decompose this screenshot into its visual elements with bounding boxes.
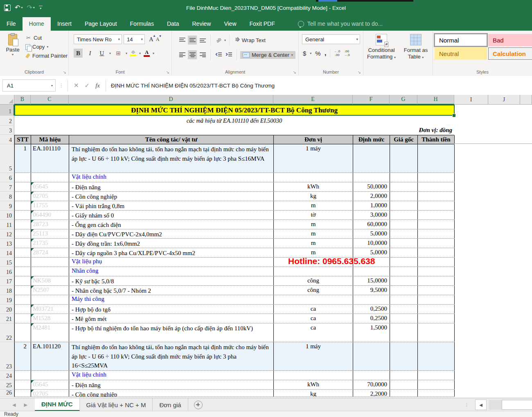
tabbar-splitter[interactable]: ⋮ [464, 398, 469, 411]
decrease-font-size-button[interactable]: A▼ [156, 36, 160, 43]
number-dialog-launcher[interactable]: ↘ [358, 70, 361, 74]
copy-button[interactable]: Copy▾ [25, 44, 68, 50]
row-header-5[interactable]: 5 [0, 144, 14, 173]
code-cell[interactable]: M03721 [31, 305, 69, 314]
sheet-title-cell[interactable]: ĐỊNH MỨC THÍ NGHIỆM ĐIỆN 05/2023/TT-BCT … [14, 105, 454, 116]
gia-goc-cell[interactable] [390, 220, 418, 229]
row-header-15[interactable]: 15 [0, 258, 14, 267]
paste-caret-icon[interactable]: ▾ [3, 53, 22, 56]
dinh-muc-cell[interactable]: 0,2500 [353, 314, 390, 323]
font-size-combobox[interactable]: 14▾ [124, 34, 145, 44]
percent-style-button[interactable]: % [315, 50, 320, 57]
cell-style-neutral[interactable]: Neutral [435, 47, 487, 60]
stt-cell[interactable] [15, 248, 31, 257]
decrease-indent-button[interactable] [214, 50, 223, 59]
code-cell[interactable]: 02705 [31, 192, 69, 201]
align-left-button[interactable] [178, 50, 187, 59]
unit-cell[interactable] [274, 267, 353, 276]
material-name-cell[interactable]: - Cồn công nghiệp [69, 390, 274, 397]
unit-cell[interactable]: kWh [274, 380, 353, 389]
gia-goc-cell[interactable] [390, 371, 418, 380]
hscroll-left-button[interactable]: ◀ [475, 399, 487, 410]
unit-cell[interactable]: kg [274, 390, 353, 397]
dinh-muc-cell[interactable]: 60,0000 [353, 220, 390, 229]
horizontal-scrollbar-thumb[interactable] [502, 400, 532, 410]
code-cell[interactable]: 21735 [31, 239, 69, 248]
code-cell[interactable]: 25113 [31, 229, 69, 238]
thanh-tien-cell[interactable] [418, 267, 455, 276]
table-header-stt[interactable]: STT [15, 135, 31, 144]
row-header-16[interactable]: 16 [0, 267, 14, 276]
stt-cell[interactable] [15, 371, 31, 380]
row-header-11[interactable]: 11 [0, 220, 14, 229]
code-cell[interactable]: 28723 [31, 220, 69, 229]
thanh-tien-cell[interactable] [418, 342, 455, 370]
gia-goc-cell[interactable] [390, 380, 418, 389]
dinh-muc-cell[interactable]: 9,5000 [353, 286, 390, 295]
stt-cell[interactable]: 2 [15, 342, 31, 370]
gia-goc-cell[interactable] [390, 173, 418, 182]
code-cell[interactable]: 064490 [31, 211, 69, 220]
borders-button[interactable]: ⊞ [114, 49, 123, 58]
font-name-combobox[interactable]: Times New Ro▾ [74, 34, 122, 44]
stt-cell[interactable] [15, 295, 31, 304]
dinh-muc-cell[interactable] [353, 371, 390, 380]
thanh-tien-cell[interactable] [418, 305, 455, 314]
tell-me-box[interactable]: Tell me what you want to do... [298, 20, 383, 31]
font-color-button[interactable]: A [144, 50, 150, 57]
code-cell[interactable] [31, 258, 69, 267]
material-name-cell[interactable]: - Điện năng [69, 380, 274, 389]
conditional-formatting-button[interactable]: ≠ Conditional Formatting ▾ [365, 34, 398, 61]
code-cell[interactable] [31, 173, 69, 182]
code-cell[interactable]: NK508 [31, 276, 69, 285]
dinh-muc-cell[interactable]: 2,2000 [353, 390, 390, 397]
row-header-13[interactable]: 13 [0, 239, 14, 248]
select-all-corner[interactable] [0, 95, 14, 105]
italic-button[interactable]: I [86, 49, 95, 58]
code-cell[interactable]: 05645 [31, 182, 69, 191]
dinh-muc-cell[interactable]: 15,0000 [353, 276, 390, 285]
unit-cell[interactable] [274, 371, 353, 380]
gia-goc-cell[interactable] [390, 192, 418, 201]
cut-button[interactable]: ✂Cut [25, 35, 68, 41]
menu-tab-view[interactable]: View [217, 17, 243, 31]
row-header-20[interactable]: 20 [0, 305, 14, 314]
gia-goc-cell[interactable] [390, 258, 418, 267]
material-name-cell[interactable]: - Hợp bộ thí nghiệm đo tổn hao máy biến … [69, 323, 274, 342]
menu-tab-foxit-pdf[interactable]: Foxit PDF [243, 17, 282, 31]
code-cell[interactable]: 28724 [31, 248, 69, 257]
gia-goc-cell[interactable] [390, 323, 418, 342]
row-header-9[interactable]: 9 [0, 201, 14, 211]
undo-caret-icon[interactable]: ▾ [21, 6, 23, 9]
comma-style-button[interactable]: , [325, 49, 327, 57]
stt-cell[interactable] [15, 314, 31, 323]
alignment-dialog-launcher[interactable]: ↘ [293, 70, 296, 74]
dinh-muc-cell[interactable]: 70,0000 [353, 380, 390, 389]
cell-style-bad[interactable]: Bad [488, 34, 532, 46]
clipboard-dialog-launcher[interactable]: ↘ [63, 70, 66, 74]
column-header-i[interactable]: I [454, 95, 488, 105]
category-name-cell[interactable]: Nhân công [69, 267, 274, 276]
category-name-cell[interactable]: Máy thi công [69, 295, 274, 304]
unit-cell[interactable]: m [274, 248, 353, 257]
top-align-button[interactable] [178, 36, 187, 45]
gia-goc-cell[interactable] [390, 144, 418, 173]
stt-cell[interactable] [15, 182, 31, 191]
middle-align-button[interactable] [188, 36, 197, 45]
cell-style-calculation[interactable]: Calculation [488, 47, 532, 60]
column-header-d[interactable]: D [69, 95, 273, 105]
paste-button[interactable]: Paste ▾ [3, 34, 22, 56]
align-right-button[interactable] [198, 50, 207, 59]
row-header-4[interactable]: 4 [0, 135, 14, 144]
column-header-g[interactable]: G [390, 95, 417, 105]
thanh-tien-cell[interactable] [418, 229, 455, 238]
dinh-muc-cell[interactable]: 3,0000 [353, 211, 390, 220]
wrap-text-button[interactable]: ⭆Wrap Text [233, 36, 268, 44]
stt-cell[interactable] [15, 390, 31, 397]
thanh-tien-cell[interactable] [418, 173, 455, 182]
menu-tab-page-layout[interactable]: Page Layout [78, 17, 124, 31]
save-button[interactable] [4, 4, 11, 11]
stt-cell[interactable] [15, 267, 31, 276]
font-color-caret-icon[interactable]: ▾ [153, 52, 154, 55]
thanh-tien-cell[interactable] [418, 248, 455, 257]
